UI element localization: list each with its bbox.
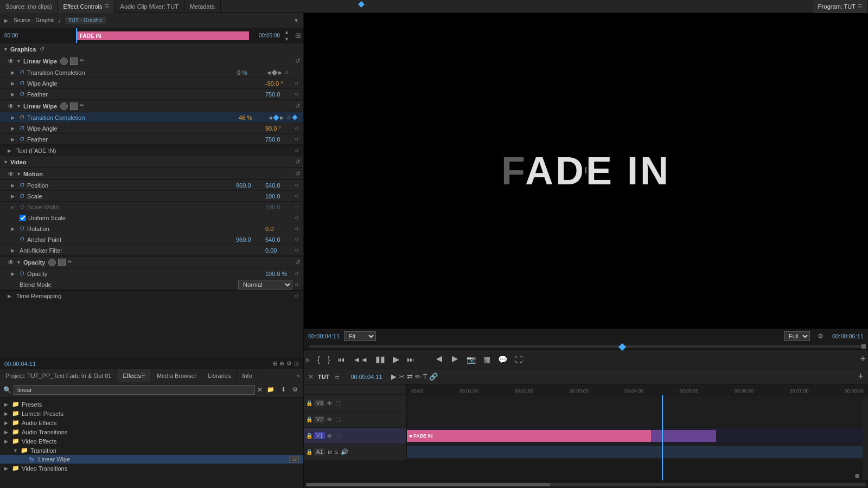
linear-wipe-1-header[interactable]: 👁 ▼ Linear Wipe ✏ ↺ <box>0 55 303 67</box>
wa1-reset[interactable]: ↺ <box>295 81 299 86</box>
op-square-icon[interactable] <box>58 259 66 266</box>
tr-reset[interactable]: ↺ <box>295 293 299 299</box>
step-fwd-btn[interactable]: ⏭ <box>405 354 417 365</box>
play-btn[interactable]: ▶ <box>391 353 401 365</box>
mark-out-btn[interactable]: { <box>315 354 322 365</box>
tab-effect-controls[interactable]: Effect Controls ☰ <box>58 0 115 13</box>
tc2-prev-kf[interactable]: ◀ <box>268 115 273 120</box>
timeline-ruler[interactable]: 00:00 00:01:00 00:02:00 00:03:00 00:04:0… <box>304 384 868 395</box>
wa2-reset[interactable]: ↺ <box>295 126 299 131</box>
monitor-current-time[interactable]: 00:00:04:11 <box>308 333 340 339</box>
presets-folder[interactable]: ▶ 📁 Presets <box>0 400 303 409</box>
tab-menu-icon[interactable]: ☰ <box>105 4 109 9</box>
source-arrow[interactable]: ▶ <box>4 18 8 23</box>
expand-tabs-btn[interactable]: » <box>293 373 303 379</box>
tc2-next-kf[interactable]: ▶ <box>279 115 284 120</box>
lw1-circle-icon[interactable] <box>60 57 68 65</box>
lw2-square-icon[interactable] <box>70 102 78 110</box>
expand-panel-icon[interactable]: ⊡ <box>294 360 299 367</box>
effects-tab-menu[interactable]: ☰ <box>141 373 145 378</box>
pos-reset[interactable]: ↺ <box>295 183 299 188</box>
tc1-prev-kf[interactable]: ◀ <box>266 70 271 75</box>
tl-pen-tool[interactable]: ✏ <box>415 373 421 381</box>
tc1-kf-diamond[interactable] <box>271 69 277 75</box>
uniform-scale-checkbox[interactable] <box>20 215 26 221</box>
video-effects-folder[interactable]: ▶ 📁 Video Effects <box>0 436 303 446</box>
tl-select-tool[interactable]: ▶ <box>391 373 397 381</box>
tl-link-btn[interactable]: 🔗 <box>429 373 438 381</box>
new-folder-btn[interactable]: 📁 <box>265 385 277 394</box>
audio-effects-folder[interactable]: ▶ 📁 Audio Effects <box>0 418 303 427</box>
tab-program[interactable]: Program: TUT ☰ <box>813 0 868 13</box>
lw1-square-icon[interactable] <box>70 57 78 65</box>
quality-dropdown[interactable]: Full 1/2 1/4 <box>784 331 810 341</box>
a1-lock[interactable]: 🔒 <box>306 449 312 455</box>
audio-transitions-folder[interactable]: ▶ 📁 Audio Transitions <box>0 427 303 436</box>
graphics-section-header[interactable]: ▼ Graphics ↺ <box>0 43 303 55</box>
ap-val1[interactable]: 960.0 <box>236 236 263 243</box>
opv-reset[interactable]: ↺ <box>295 271 299 277</box>
tc2-toggle[interactable]: ▶ <box>11 115 17 120</box>
filter-icon[interactable]: ⊞ <box>272 360 277 367</box>
tl-razor-tool[interactable]: ✂ <box>399 373 405 381</box>
lumetri-folder[interactable]: ▶ 📁 Lumetri Presets <box>0 409 303 418</box>
lw2-reset[interactable]: ↺ <box>295 102 300 110</box>
v2-lock[interactable]: 🔒 <box>306 416 312 422</box>
step-back-btn[interactable]: ⏮ <box>335 354 347 365</box>
op-reset[interactable]: ↺ <box>295 259 300 266</box>
v3-eye[interactable]: 👁 <box>327 400 333 407</box>
opacity-eye[interactable]: 👁 <box>8 259 14 266</box>
tc1-reset[interactable]: ↺ <box>285 70 289 75</box>
v2-eye[interactable]: 👁 <box>327 416 333 423</box>
tab-audio-clip-mixer[interactable]: Audio Clip Mixer: TUT <box>115 0 184 13</box>
tl-slip-tool[interactable]: ⇄ <box>407 373 413 381</box>
wa2-toggle[interactable]: ▶ <box>11 126 17 131</box>
video-reset[interactable]: ↺ <box>295 158 300 165</box>
lw1-eye-icon[interactable]: 👁 <box>8 57 14 65</box>
add-to-queue-btn[interactable]: + <box>858 352 868 366</box>
f1-toggle[interactable]: ▶ <box>11 92 17 97</box>
v1-solo[interactable]: ⬚ <box>335 432 341 439</box>
text-toggle[interactable]: ▶ <box>8 148 14 153</box>
a1-s[interactable]: S <box>335 450 338 455</box>
rot-stopwatch[interactable]: ⏱ <box>20 226 25 232</box>
v1-lock[interactable]: 🔒 <box>306 433 312 439</box>
video-section-header[interactable]: ▼ Video ↺ <box>0 156 303 168</box>
aff-val[interactable]: 0.00 <box>265 247 292 254</box>
monitor-scrubber[interactable] <box>304 343 868 349</box>
timeline-scrollbar[interactable] <box>863 395 868 480</box>
tc2-stopwatch[interactable]: ⏱ <box>20 114 25 120</box>
lw2-circle-icon[interactable] <box>60 102 68 110</box>
opv-toggle[interactable]: ▶ <box>11 271 17 277</box>
tl-type-tool[interactable]: T <box>423 373 427 381</box>
scale-toggle[interactable]: ▶ <box>11 194 17 199</box>
lw1-reset[interactable]: ↺ <box>295 57 300 65</box>
tc1-toggle[interactable]: ▶ <box>11 70 17 75</box>
stop-btn[interactable]: ▮▮ <box>373 353 387 365</box>
opacity-header[interactable]: 👁 ▼ Opacity ✏ ↺ <box>0 256 303 268</box>
aff-reset[interactable]: ↺ <box>295 248 299 253</box>
op-pen-icon[interactable]: ✏ <box>68 259 72 266</box>
lw1-pen-icon[interactable]: ✏ <box>80 57 84 65</box>
tr-toggle[interactable]: ▶ <box>8 293 14 299</box>
f1-value[interactable]: 750.0 <box>265 91 292 98</box>
graphics-reset[interactable]: ↺ <box>40 46 44 53</box>
tc1-next-kf[interactable]: ▶ <box>278 70 283 75</box>
sequence-dropdown[interactable]: ▼ <box>293 17 299 23</box>
motion-reset[interactable]: ↺ <box>295 170 300 177</box>
fullscreen-btn[interactable]: ⛶ <box>513 354 525 365</box>
export-frame-btn[interactable]: 📷 <box>464 354 478 365</box>
rot-toggle[interactable]: ▶ <box>11 226 17 232</box>
rot-reset[interactable]: ↺ <box>295 226 299 232</box>
effects-settings-btn[interactable]: ⚙ <box>290 385 300 394</box>
a1-m[interactable]: M <box>328 450 332 455</box>
expand-btn[interactable]: ⊞ <box>295 31 301 40</box>
tc1-value[interactable]: 0 % <box>237 69 264 76</box>
fade-in-clip-extension[interactable] <box>651 430 716 442</box>
effects-tab[interactable]: Effects ☰ <box>117 369 151 382</box>
linear-wipe-2-header[interactable]: 👁 ▼ Linear Wipe ✏ ↺ <box>0 100 303 112</box>
multi-camera-btn[interactable]: ▦ <box>481 354 493 365</box>
search-clear-btn[interactable]: ✕ <box>257 386 263 394</box>
scale-reset[interactable]: ↺ <box>295 194 299 199</box>
ap-stopwatch[interactable]: ⏱ <box>20 236 25 242</box>
